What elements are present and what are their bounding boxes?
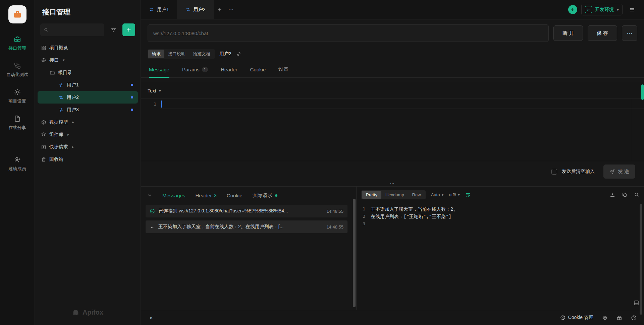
connection-status-icon[interactable] <box>568 5 577 14</box>
chip-api-doc[interactable]: 接口说明 <box>164 50 189 58</box>
environment-selector[interactable]: 开 开发环境 ▾ <box>581 4 623 15</box>
editor-code-area[interactable]: 1 <box>141 99 644 161</box>
tab-settings[interactable]: 设置 <box>278 66 288 77</box>
scrollbar-thumb[interactable] <box>353 199 356 307</box>
language-select[interactable]: Auto ▾ <box>431 192 444 197</box>
chip-preview-doc[interactable]: 预览文档 <box>189 50 214 58</box>
response-code-area[interactable]: 1 王不染加入了聊天室，当前在线人数：2。 2 在线用户列表：["王翊珩","王… <box>357 203 644 310</box>
clear-after-send-checkbox[interactable] <box>551 169 557 175</box>
filter-button[interactable] <box>108 24 119 36</box>
doc-tab-user2[interactable]: 用户2 <box>177 0 214 19</box>
tree-item-user3[interactable]: 用户3 <box>38 104 138 116</box>
tab-actual-request[interactable]: 实际请求 <box>253 192 277 199</box>
brand-label: Apifox <box>83 309 103 316</box>
tree-item-label: 快捷请求 <box>49 144 68 150</box>
caret-right-icon[interactable]: ▸ <box>67 132 69 137</box>
copy-button[interactable] <box>622 192 627 197</box>
tree-item-data-models[interactable]: 数据模型 ▸ <box>38 116 138 128</box>
more-actions-button[interactable]: ⋯ <box>622 25 637 41</box>
tab-more-button[interactable]: ⋯ <box>225 4 237 15</box>
app-logo[interactable] <box>8 5 26 23</box>
tab-message[interactable]: Message <box>149 67 169 77</box>
message-row-connected[interactable]: 已连接到 ws://127.0.0.1:8080/chat?user=%E7%8… <box>146 205 347 217</box>
search-icon <box>634 192 639 197</box>
request-tabs: Message Params1 Header Cookie 设置 <box>141 61 644 78</box>
tab-label: Cookie <box>227 193 243 198</box>
rail-item-label: 接口管理 <box>9 45 26 51</box>
caret-right-icon[interactable]: ▸ <box>72 120 74 124</box>
trash-icon <box>41 157 46 162</box>
tree-item-quick-request[interactable]: 快捷请求 ▸ <box>38 141 138 153</box>
tab-label: Messages <box>162 193 185 198</box>
tree-item-recycle-bin[interactable]: 回收站 <box>38 153 138 166</box>
caret-down-icon[interactable]: ▾ <box>63 58 65 62</box>
format-hexdump[interactable]: Hexdump <box>381 191 408 199</box>
format-segment: Pretty Hexdump Raw <box>361 190 426 199</box>
response-scrollbar-thumb[interactable] <box>640 204 642 315</box>
word-wrap-button[interactable] <box>465 192 471 198</box>
search-box[interactable] <box>40 23 104 36</box>
line-number: 2 <box>357 213 371 220</box>
share-doc-icon <box>14 115 21 122</box>
tab-response-cookie[interactable]: Cookie <box>227 193 243 198</box>
rail-item-auto-test[interactable]: 自动化测试 <box>6 62 28 78</box>
encoding-value: utf8 <box>449 192 456 197</box>
app-rail: 接口管理 自动化测试 项目设置 在线分享 邀请成员 <box>0 0 35 325</box>
window-scrollbar-thumb[interactable] <box>641 84 644 100</box>
target-button[interactable] <box>602 315 608 321</box>
tree-item-components[interactable]: 组件库 ▸ <box>38 128 138 141</box>
cookie-manager-button[interactable]: Cookie 管理 <box>560 315 593 321</box>
tree-item-root-folder[interactable]: 根目录 <box>38 66 138 79</box>
tab-messages[interactable]: Messages <box>162 193 185 198</box>
language-value: Auto <box>431 192 440 197</box>
horizontal-splitter[interactable]: ⋯ <box>141 182 644 186</box>
url-input[interactable] <box>148 24 549 42</box>
tab-label: 实际请求 <box>253 192 273 199</box>
disconnect-button[interactable]: 断 开 <box>553 25 583 41</box>
tab-header[interactable]: Header <box>221 67 237 77</box>
format-raw[interactable]: Raw <box>408 191 425 199</box>
send-button[interactable]: 发 送 <box>603 165 635 179</box>
tree-item-apis[interactable]: 接口 ▾ <box>38 54 138 66</box>
download-button[interactable] <box>610 192 615 197</box>
message-type-select[interactable]: Text ▾ <box>141 83 644 99</box>
rail-item-api-management[interactable]: 接口管理 <box>9 36 26 51</box>
new-tab-button[interactable] <box>214 4 225 15</box>
save-button[interactable]: 保 存 <box>588 25 617 41</box>
tab-cookie[interactable]: Cookie <box>250 67 266 77</box>
caret-right-icon[interactable]: ▸ <box>72 145 74 149</box>
response-panel: Pretty Hexdump Raw Auto ▾ utf8 ▾ <box>356 187 644 310</box>
encoding-select[interactable]: utf8 ▾ <box>449 192 460 197</box>
message-row-received[interactable]: 王不染加入了聊天室，当前在线人数：2。在线用户列表：[... 14:48:55 <box>146 220 347 233</box>
search-input[interactable] <box>51 27 101 32</box>
text-cursor <box>161 101 162 108</box>
rail-item-online-share[interactable]: 在线分享 <box>9 115 26 131</box>
tree-item-user1[interactable]: 用户1 <box>38 79 138 91</box>
add-api-button[interactable] <box>122 23 135 36</box>
menu-button[interactable] <box>627 4 638 15</box>
collapse-sidebar-button[interactable]: « <box>150 314 153 321</box>
panel-layout-button[interactable] <box>633 300 639 306</box>
doc-tab-user1[interactable]: 用户1 <box>141 0 177 19</box>
search-in-response-button[interactable] <box>634 192 639 197</box>
format-pretty[interactable]: Pretty <box>362 191 381 199</box>
apifox-ghost-icon <box>72 309 79 316</box>
link-icon <box>236 52 241 57</box>
send-row: 发送后清空输入 发 送 <box>141 161 644 182</box>
collapse-panel-button[interactable] <box>147 193 152 198</box>
tree-item-user2[interactable]: 用户2 <box>38 91 138 104</box>
tab-response-header[interactable]: Header3 <box>195 193 216 198</box>
chip-request[interactable]: 请求 <box>148 50 164 58</box>
whats-new-button[interactable] <box>616 315 622 321</box>
splitter-handle[interactable]: ⋯ <box>390 181 395 186</box>
rail-item-project-settings[interactable]: 项目设置 <box>9 88 26 104</box>
tree-item-label: 用户2 <box>67 94 79 101</box>
help-button[interactable] <box>631 315 637 321</box>
filter-icon <box>111 27 116 33</box>
tab-params[interactable]: Params1 <box>182 67 208 77</box>
meta-row: 请求 接口说明 预览文档 用户2 <box>141 47 644 61</box>
copy-link-button[interactable] <box>236 52 241 57</box>
tree-item-overview[interactable]: 项目概览 <box>38 42 138 54</box>
rail-item-invite-member[interactable]: 邀请成员 <box>9 156 26 172</box>
tree-item-label: 用户3 <box>67 107 79 113</box>
